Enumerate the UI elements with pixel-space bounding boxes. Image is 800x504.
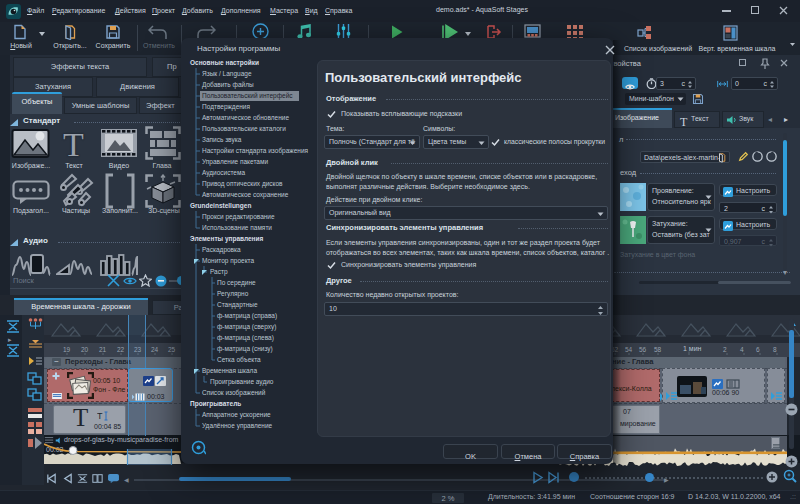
svg-text:24: 24 <box>151 346 159 353</box>
svg-text:8: 8 <box>773 346 777 353</box>
svg-text:4: 4 <box>740 346 744 353</box>
svg-text:1 мин: 1 мин <box>683 345 702 352</box>
svg-text:20: 20 <box>81 346 89 353</box>
svg-text:58: 58 <box>654 346 662 353</box>
svg-text:22: 22 <box>117 346 125 353</box>
svg-text:6: 6 <box>756 346 760 353</box>
svg-text:T: T <box>97 411 103 421</box>
svg-text:2: 2 <box>723 346 727 353</box>
svg-text:25: 25 <box>168 346 176 353</box>
svg-text:56: 56 <box>639 346 647 353</box>
svg-text:19: 19 <box>63 346 71 353</box>
svg-text:54: 54 <box>625 346 633 353</box>
svg-text:21: 21 <box>99 346 107 353</box>
